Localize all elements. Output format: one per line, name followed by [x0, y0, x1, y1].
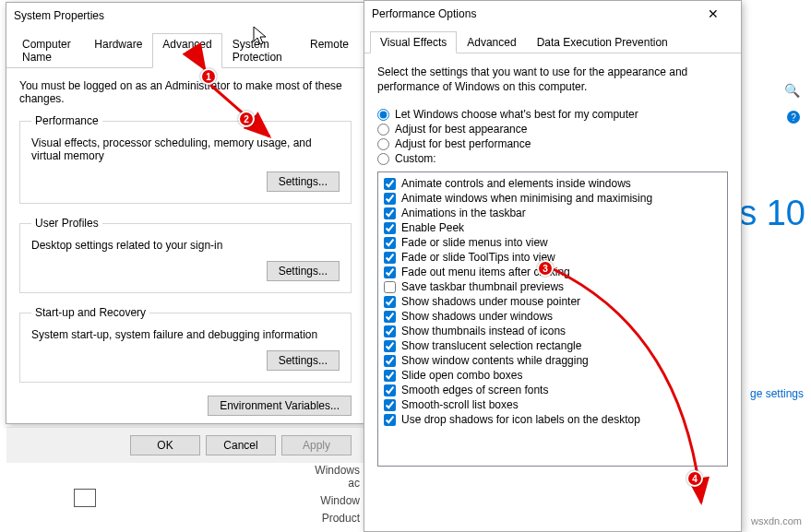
checkbox-input[interactable]	[384, 384, 396, 396]
checkbox-input[interactable]	[384, 222, 396, 234]
tab-dep[interactable]: Data Execution Prevention	[527, 31, 678, 53]
checkbox-input[interactable]	[384, 325, 396, 337]
checkbox-input[interactable]	[384, 252, 396, 264]
radio-option-1[interactable]: Adjust for best appearance	[377, 122, 728, 136]
startup-legend: Start-up and Recovery	[31, 306, 149, 319]
checkbox-input[interactable]	[384, 207, 396, 219]
titlebar: System Properties	[6, 3, 364, 29]
checkbox-input[interactable]	[384, 193, 396, 205]
tab-visual-effects[interactable]: Visual Effects	[370, 31, 457, 53]
ok-button[interactable]: OK	[130, 435, 200, 455]
environment-variables-button[interactable]: Environment Variables...	[208, 396, 352, 416]
user-profiles-group: User Profiles Desktop settings related t…	[19, 217, 352, 293]
checkbox-input[interactable]	[384, 355, 396, 367]
tab-advanced[interactable]: Advanced	[457, 31, 526, 53]
tab-hardware[interactable]: Hardware	[84, 33, 152, 68]
radio-group: Let Windows choose what's best for my co…	[377, 107, 728, 166]
startup-group: Start-up and Recovery System start-up, s…	[19, 306, 352, 383]
admin-note: You must be logged on as an Administrato…	[19, 79, 352, 105]
user-profiles-settings-button[interactable]: Settings...	[267, 261, 340, 281]
performance-group: Performance Visual effects, processor sc…	[19, 114, 352, 204]
radio-input[interactable]	[377, 138, 389, 150]
check-option-16[interactable]: Use drop shadows for icon labels on the …	[384, 412, 722, 427]
cancel-button[interactable]: Cancel	[206, 435, 276, 455]
check-option-0[interactable]: Animate controls and elements inside win…	[384, 176, 722, 191]
close-button[interactable]: ✕	[693, 1, 733, 27]
visual-effects-checklist[interactable]: Animate controls and elements inside win…	[377, 171, 728, 467]
tab-advanced[interactable]: Advanced	[152, 33, 221, 68]
titlebar: Performance Options ✕	[364, 1, 741, 27]
radio-input[interactable]	[377, 153, 389, 165]
check-option-9[interactable]: Show shadows under windows	[384, 309, 722, 324]
checkbox-input[interactable]	[384, 340, 396, 352]
radio-input[interactable]	[377, 109, 389, 121]
checkbox-input[interactable]	[384, 296, 396, 308]
performance-legend: Performance	[31, 114, 102, 127]
check-option-8[interactable]: Show shadows under mouse pointer	[384, 294, 722, 309]
tabstrip: Visual Effects Advanced Data Execution P…	[364, 30, 741, 53]
tab-system-protection[interactable]: System Protection	[222, 33, 300, 68]
performance-settings-button[interactable]: Settings...	[267, 171, 340, 192]
checkbox-input[interactable]	[384, 399, 396, 411]
radio-option-3[interactable]: Custom:	[377, 151, 728, 166]
check-option-13[interactable]: Slide open combo boxes	[384, 368, 722, 383]
startup-desc: System start-up, system failure and debu…	[31, 328, 340, 341]
check-option-5[interactable]: Fade or slide ToolTips into view	[384, 250, 722, 265]
change-settings-link[interactable]: ge settings	[750, 387, 804, 400]
window-title: System Properties	[14, 9, 357, 22]
check-option-7[interactable]: Save taskbar thumbnail previews	[384, 279, 722, 294]
check-option-2[interactable]: Animations in the taskbar	[384, 206, 722, 220]
radio-option-0[interactable]: Let Windows choose what's best for my co…	[377, 107, 728, 122]
window-title: Performance Options	[372, 7, 693, 20]
windows-10-text: s 10	[739, 194, 805, 233]
user-profiles-desc: Desktop settings related to your sign-in	[31, 239, 340, 252]
bg-icon-2	[74, 489, 96, 507]
search-icon: 🔍	[784, 83, 800, 98]
check-option-3[interactable]: Enable Peek	[384, 220, 722, 235]
checkbox-input[interactable]	[384, 311, 396, 323]
tabstrip: Computer Name Hardware Advanced System P…	[6, 32, 364, 68]
tab-remote[interactable]: Remote	[300, 33, 359, 68]
intro-text: Select the settings that you want to use…	[377, 65, 728, 94]
system-properties-dialog: System Properties Computer Name Hardware…	[6, 2, 365, 424]
radio-input[interactable]	[377, 124, 389, 136]
checkbox-input[interactable]	[384, 370, 396, 382]
apply-button[interactable]: Apply	[281, 435, 352, 455]
radio-option-2[interactable]: Adjust for best performance	[377, 136, 728, 151]
checkbox-input[interactable]	[384, 414, 396, 426]
checkbox-input[interactable]	[384, 266, 396, 278]
checkbox-input[interactable]	[384, 178, 396, 190]
check-option-10[interactable]: Show thumbnails instead of icons	[384, 324, 722, 338]
watermark: wsxdn.com	[751, 515, 802, 526]
user-profiles-legend: User Profiles	[31, 217, 102, 230]
check-option-14[interactable]: Smooth edges of screen fonts	[384, 383, 722, 397]
check-option-4[interactable]: Fade or slide menus into view	[384, 235, 722, 250]
help-icon: ?	[787, 111, 800, 124]
check-option-15[interactable]: Smooth-scroll list boxes	[384, 397, 722, 412]
tab-computer-name[interactable]: Computer Name	[12, 33, 84, 68]
checkbox-input[interactable]	[384, 281, 396, 293]
performance-desc: Visual effects, processor scheduling, me…	[31, 136, 340, 162]
check-option-12[interactable]: Show window contents while dragging	[384, 353, 722, 368]
startup-settings-button[interactable]: Settings...	[267, 350, 340, 371]
performance-options-dialog: Performance Options ✕ Visual Effects Adv…	[364, 0, 742, 532]
checkbox-input[interactable]	[384, 237, 396, 249]
check-option-6[interactable]: Fade out menu items after clicking	[384, 265, 722, 279]
check-option-11[interactable]: Show translucent selection rectangle	[384, 338, 722, 353]
check-option-1[interactable]: Animate windows when minimising and maxi…	[384, 191, 722, 206]
